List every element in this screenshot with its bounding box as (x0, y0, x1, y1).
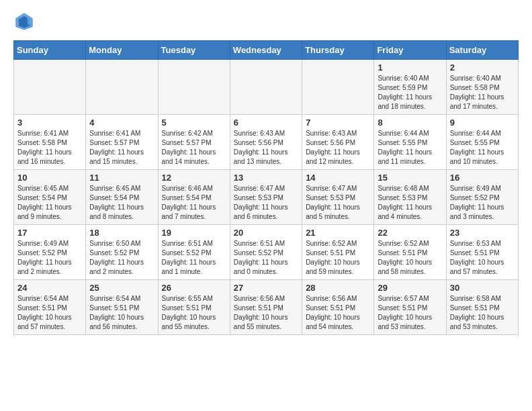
day-number: 18 (89, 228, 154, 238)
day-info: Sunrise: 6:42 AM Sunset: 5:57 PM Dayligh… (162, 129, 226, 167)
day-info: Sunrise: 6:55 AM Sunset: 5:51 PM Dayligh… (162, 294, 226, 332)
day-info: Sunrise: 6:50 AM Sunset: 5:52 PM Dayligh… (89, 239, 154, 277)
logo-icon (13, 11, 35, 32)
day-number: 4 (89, 118, 154, 128)
table-cell: 13Sunrise: 6:47 AM Sunset: 5:53 PM Dayli… (230, 170, 302, 225)
table-cell: 26Sunrise: 6:55 AM Sunset: 5:51 PM Dayli… (158, 280, 230, 335)
day-info: Sunrise: 6:40 AM Sunset: 5:59 PM Dayligh… (378, 74, 442, 111)
table-cell: 9Sunrise: 6:44 AM Sunset: 5:55 PM Daylig… (446, 115, 518, 170)
weekday-header-sunday: Sunday (14, 41, 86, 60)
day-info: Sunrise: 6:49 AM Sunset: 5:52 PM Dayligh… (17, 239, 82, 277)
table-cell: 11Sunrise: 6:45 AM Sunset: 5:54 PM Dayli… (86, 170, 158, 225)
day-number: 19 (162, 228, 226, 238)
day-number: 17 (17, 228, 82, 238)
day-number: 13 (234, 173, 298, 183)
table-cell: 5Sunrise: 6:42 AM Sunset: 5:57 PM Daylig… (158, 115, 230, 170)
logo (13, 11, 38, 32)
weekday-header-monday: Monday (86, 41, 158, 60)
day-info: Sunrise: 6:44 AM Sunset: 5:55 PM Dayligh… (378, 129, 442, 167)
calendar-table: SundayMondayTuesdayWednesdayThursdayFrid… (13, 40, 519, 335)
table-cell (86, 60, 158, 115)
table-cell: 24Sunrise: 6:54 AM Sunset: 5:51 PM Dayli… (14, 280, 86, 335)
table-cell: 27Sunrise: 6:56 AM Sunset: 5:51 PM Dayli… (230, 280, 302, 335)
table-cell: 18Sunrise: 6:50 AM Sunset: 5:52 PM Dayli… (86, 225, 158, 280)
weekday-header-wednesday: Wednesday (230, 41, 302, 60)
day-info: Sunrise: 6:56 AM Sunset: 5:51 PM Dayligh… (306, 294, 370, 332)
day-info: Sunrise: 6:47 AM Sunset: 5:53 PM Dayligh… (234, 184, 298, 222)
table-cell: 20Sunrise: 6:51 AM Sunset: 5:52 PM Dayli… (230, 225, 302, 280)
weekday-header-friday: Friday (374, 41, 446, 60)
table-cell (158, 60, 230, 115)
week-row-4: 17Sunrise: 6:49 AM Sunset: 5:52 PM Dayli… (14, 225, 519, 280)
day-number: 6 (234, 118, 298, 128)
day-number: 23 (450, 228, 515, 238)
table-cell (14, 60, 86, 115)
day-info: Sunrise: 6:54 AM Sunset: 5:51 PM Dayligh… (17, 294, 82, 332)
day-info: Sunrise: 6:45 AM Sunset: 5:54 PM Dayligh… (89, 184, 154, 222)
header (13, 11, 519, 32)
table-cell: 22Sunrise: 6:52 AM Sunset: 5:51 PM Dayli… (374, 225, 446, 280)
weekday-header-tuesday: Tuesday (158, 41, 230, 60)
day-info: Sunrise: 6:52 AM Sunset: 5:51 PM Dayligh… (378, 239, 442, 277)
table-cell (302, 60, 374, 115)
day-number: 28 (306, 283, 370, 293)
weekday-header-row: SundayMondayTuesdayWednesdayThursdayFrid… (14, 41, 519, 60)
day-number: 2 (450, 62, 515, 73)
calendar-body: 1Sunrise: 6:40 AM Sunset: 5:59 PM Daylig… (14, 60, 519, 335)
day-number: 26 (162, 283, 226, 293)
day-number: 14 (306, 173, 370, 183)
day-info: Sunrise: 6:54 AM Sunset: 5:51 PM Dayligh… (89, 294, 154, 332)
week-row-2: 3Sunrise: 6:41 AM Sunset: 5:58 PM Daylig… (14, 115, 519, 170)
table-cell: 2Sunrise: 6:40 AM Sunset: 5:58 PM Daylig… (446, 60, 518, 115)
table-cell: 25Sunrise: 6:54 AM Sunset: 5:51 PM Dayli… (86, 280, 158, 335)
day-number: 21 (306, 228, 370, 238)
day-info: Sunrise: 6:40 AM Sunset: 5:58 PM Dayligh… (450, 74, 515, 111)
day-info: Sunrise: 6:43 AM Sunset: 5:56 PM Dayligh… (234, 129, 298, 167)
day-number: 11 (89, 173, 154, 183)
day-number: 29 (378, 283, 442, 293)
day-number: 5 (162, 118, 226, 128)
day-number: 22 (378, 228, 442, 238)
week-row-1: 1Sunrise: 6:40 AM Sunset: 5:59 PM Daylig… (14, 60, 519, 115)
table-cell: 16Sunrise: 6:49 AM Sunset: 5:52 PM Dayli… (446, 170, 518, 225)
table-cell: 23Sunrise: 6:53 AM Sunset: 5:51 PM Dayli… (446, 225, 518, 280)
day-number: 16 (450, 173, 515, 183)
day-info: Sunrise: 6:58 AM Sunset: 5:51 PM Dayligh… (450, 294, 515, 332)
week-row-5: 24Sunrise: 6:54 AM Sunset: 5:51 PM Dayli… (14, 280, 519, 335)
day-number: 1 (378, 62, 442, 73)
day-info: Sunrise: 6:48 AM Sunset: 5:53 PM Dayligh… (378, 184, 442, 222)
day-info: Sunrise: 6:43 AM Sunset: 5:56 PM Dayligh… (306, 129, 370, 167)
table-cell: 28Sunrise: 6:56 AM Sunset: 5:51 PM Dayli… (302, 280, 374, 335)
day-number: 7 (306, 118, 370, 128)
day-number: 10 (17, 173, 82, 183)
day-info: Sunrise: 6:47 AM Sunset: 5:53 PM Dayligh… (306, 184, 370, 222)
table-cell: 7Sunrise: 6:43 AM Sunset: 5:56 PM Daylig… (302, 115, 374, 170)
table-cell: 12Sunrise: 6:46 AM Sunset: 5:54 PM Dayli… (158, 170, 230, 225)
day-number: 8 (378, 118, 442, 128)
day-number: 20 (234, 228, 298, 238)
day-info: Sunrise: 6:49 AM Sunset: 5:52 PM Dayligh… (450, 184, 515, 222)
table-cell: 4Sunrise: 6:41 AM Sunset: 5:57 PM Daylig… (86, 115, 158, 170)
day-info: Sunrise: 6:57 AM Sunset: 5:51 PM Dayligh… (378, 294, 442, 332)
table-cell: 6Sunrise: 6:43 AM Sunset: 5:56 PM Daylig… (230, 115, 302, 170)
table-cell (230, 60, 302, 115)
table-cell: 17Sunrise: 6:49 AM Sunset: 5:52 PM Dayli… (14, 225, 86, 280)
day-number: 3 (17, 118, 82, 128)
day-info: Sunrise: 6:45 AM Sunset: 5:54 PM Dayligh… (17, 184, 82, 222)
week-row-3: 10Sunrise: 6:45 AM Sunset: 5:54 PM Dayli… (14, 170, 519, 225)
table-cell: 1Sunrise: 6:40 AM Sunset: 5:59 PM Daylig… (374, 60, 446, 115)
day-info: Sunrise: 6:46 AM Sunset: 5:54 PM Dayligh… (162, 184, 226, 222)
day-number: 30 (450, 283, 515, 293)
day-info: Sunrise: 6:53 AM Sunset: 5:51 PM Dayligh… (450, 239, 515, 277)
table-cell: 21Sunrise: 6:52 AM Sunset: 5:51 PM Dayli… (302, 225, 374, 280)
day-number: 25 (89, 283, 154, 293)
day-info: Sunrise: 6:52 AM Sunset: 5:51 PM Dayligh… (306, 239, 370, 277)
weekday-header-thursday: Thursday (302, 41, 374, 60)
day-info: Sunrise: 6:44 AM Sunset: 5:55 PM Dayligh… (450, 129, 515, 167)
day-info: Sunrise: 6:41 AM Sunset: 5:58 PM Dayligh… (17, 129, 82, 167)
table-cell: 29Sunrise: 6:57 AM Sunset: 5:51 PM Dayli… (374, 280, 446, 335)
day-number: 24 (17, 283, 82, 293)
day-number: 12 (162, 173, 226, 183)
page-container: SundayMondayTuesdayWednesdayThursdayFrid… (0, 0, 532, 342)
day-info: Sunrise: 6:51 AM Sunset: 5:52 PM Dayligh… (162, 239, 226, 277)
